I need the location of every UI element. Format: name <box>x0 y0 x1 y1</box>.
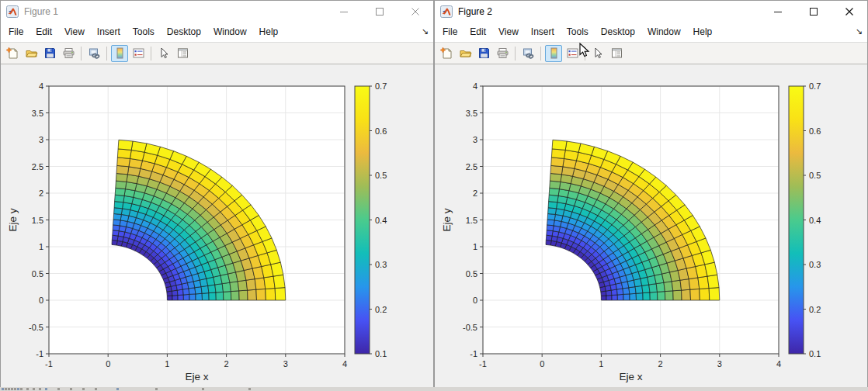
menu-item-file[interactable]: File <box>436 26 464 37</box>
insert-legend-button[interactable] <box>564 45 581 62</box>
background-window-detail <box>33 388 35 390</box>
svg-text:2.5: 2.5 <box>32 162 43 171</box>
svg-text:4: 4 <box>39 81 43 91</box>
background-window-detail <box>45 388 47 390</box>
menu-item-window[interactable]: Window <box>207 26 253 37</box>
menu-item-insert[interactable]: Insert <box>91 26 127 37</box>
toolbar <box>435 43 867 64</box>
property-inspector-icon <box>610 47 623 60</box>
save-figure-button[interactable] <box>475 45 492 62</box>
svg-text:0.2: 0.2 <box>809 305 821 314</box>
link-plot-icon <box>88 47 101 60</box>
new-figure-button[interactable] <box>438 45 455 62</box>
toolbar-separator <box>81 47 82 61</box>
edit-plot-icon <box>592 47 605 60</box>
save-figure-icon <box>43 47 57 60</box>
menu-item-edit[interactable]: Edit <box>30 26 58 37</box>
menu-item-insert[interactable]: Insert <box>525 26 561 37</box>
svg-text:4: 4 <box>776 359 781 369</box>
property-inspector-icon <box>176 47 189 60</box>
dock-figure-icon[interactable]: ↘ <box>422 26 429 36</box>
edit-plot-button[interactable] <box>155 45 172 62</box>
link-plot-button[interactable] <box>519 45 536 62</box>
menu-item-tools[interactable]: Tools <box>127 26 161 37</box>
edit-plot-icon <box>158 47 171 60</box>
print-figure-icon <box>496 47 509 60</box>
print-figure-button[interactable] <box>494 45 511 62</box>
link-plot-button[interactable] <box>85 45 102 62</box>
property-inspector-button[interactable] <box>608 45 625 62</box>
open-file-button[interactable] <box>457 45 474 62</box>
menubar: FileEditViewInsertToolsDesktopWindowHelp… <box>435 22 867 43</box>
save-figure-icon <box>477 47 491 60</box>
new-figure-button[interactable] <box>4 45 21 62</box>
menu-item-desktop[interactable]: Desktop <box>161 26 207 37</box>
open-file-button[interactable] <box>23 45 40 62</box>
insert-colorbar-button[interactable] <box>545 45 562 62</box>
svg-text:0.4: 0.4 <box>809 216 821 225</box>
menu-item-view[interactable]: View <box>492 26 525 37</box>
toolbar-separator <box>151 47 151 61</box>
print-figure-icon <box>62 47 75 60</box>
titlebar[interactable]: Figure 2 <box>435 1 867 22</box>
svg-text:0.3: 0.3 <box>375 260 387 269</box>
svg-text:1: 1 <box>599 359 603 369</box>
menu-item-edit[interactable]: Edit <box>464 26 492 37</box>
svg-text:-1: -1 <box>45 359 53 369</box>
svg-text:3: 3 <box>717 359 722 369</box>
background-window-detail <box>57 388 60 390</box>
close-button[interactable] <box>832 1 867 22</box>
edit-plot-button[interactable] <box>589 45 606 62</box>
menu-item-desktop[interactable]: Desktop <box>595 26 641 37</box>
save-figure-button[interactable] <box>41 45 58 62</box>
svg-text:0.3: 0.3 <box>809 260 821 269</box>
plot-canvas[interactable]: -101234-1-0.500.511.522.533.54Eje xEje y… <box>1 64 433 391</box>
colorbar <box>789 86 804 354</box>
svg-text:1: 1 <box>165 359 169 369</box>
background-window-detail <box>82 388 85 390</box>
background-window-detail <box>2 388 4 390</box>
maximize-button[interactable] <box>362 1 398 22</box>
x-axis-label: Eje x <box>185 371 208 382</box>
close-button[interactable] <box>398 1 433 22</box>
toolbar-separator <box>540 47 541 61</box>
open-file-icon <box>25 47 38 60</box>
background-window-detail <box>8 388 10 390</box>
background-window-detail <box>116 388 119 390</box>
insert-legend-button[interactable] <box>130 45 147 62</box>
window-title: Figure 2 <box>458 6 492 17</box>
property-inspector-button[interactable] <box>174 45 191 62</box>
maximize-button[interactable] <box>796 1 832 22</box>
menu-item-help[interactable]: Help <box>687 26 719 37</box>
svg-text:0.5: 0.5 <box>466 269 477 279</box>
menubar: FileEditViewInsertToolsDesktopWindowHelp… <box>1 22 433 43</box>
svg-text:2.5: 2.5 <box>466 162 477 171</box>
background-window-detail <box>248 388 251 390</box>
svg-text:0.5: 0.5 <box>32 269 43 279</box>
svg-text:1: 1 <box>473 242 477 251</box>
menu-item-window[interactable]: Window <box>641 26 687 37</box>
svg-text:0: 0 <box>540 359 544 369</box>
svg-text:-0.5: -0.5 <box>29 323 43 332</box>
print-figure-button[interactable] <box>60 45 77 62</box>
plot-canvas[interactable]: -101234-1-0.500.511.522.533.54Eje xEje y… <box>435 64 867 391</box>
dock-figure-icon[interactable]: ↘ <box>856 26 863 36</box>
svg-text:3: 3 <box>283 359 288 369</box>
menu-item-help[interactable]: Help <box>253 26 285 37</box>
y-axis-label: Eje y <box>441 208 453 231</box>
svg-text:1.5: 1.5 <box>466 216 477 225</box>
minimize-button[interactable] <box>326 1 362 22</box>
menu-item-tools[interactable]: Tools <box>561 26 595 37</box>
minimize-button[interactable] <box>760 1 796 22</box>
menu-item-view[interactable]: View <box>58 26 91 37</box>
titlebar[interactable]: Figure 1 <box>1 1 433 22</box>
background-window-detail <box>17 388 19 390</box>
insert-colorbar-button[interactable] <box>111 45 128 62</box>
new-figure-icon <box>6 47 19 60</box>
insert-legend-icon <box>132 47 145 60</box>
background-window-detail <box>26 388 29 390</box>
matlab-icon <box>6 5 19 18</box>
svg-text:2: 2 <box>658 359 663 369</box>
svg-text:2: 2 <box>473 189 477 198</box>
menu-item-file[interactable]: File <box>2 26 30 37</box>
